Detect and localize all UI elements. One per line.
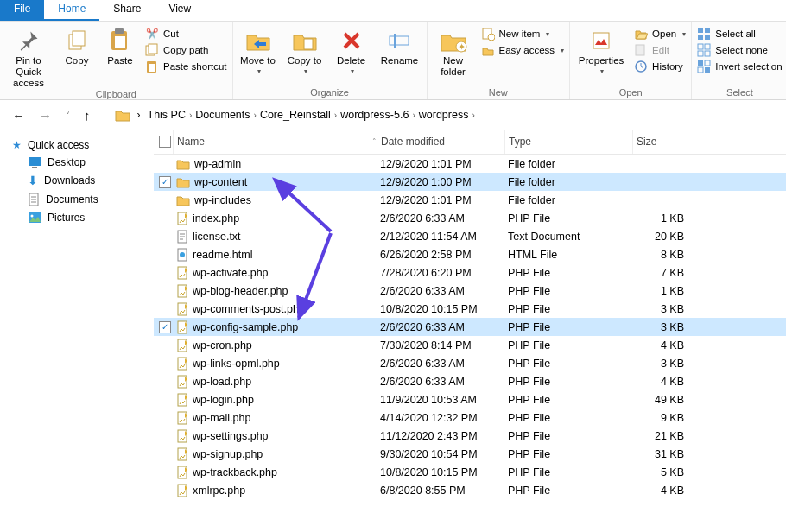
file-size: 1 KB [632,285,693,297]
tab-share[interactable]: Share [99,0,155,21]
chevron-right-icon: › [412,111,415,120]
history-button[interactable]: History [634,60,686,73]
file-row[interactable]: wp-blog-header.php2/6/2020 6:33 AMPHP Fi… [154,282,786,300]
invert-selection-button[interactable]: Invert selection [697,60,782,73]
file-row[interactable]: wp-settings.php11/12/2020 2:43 PMPHP Fil… [154,427,786,445]
col-type[interactable]: Type [504,130,632,154]
rename-button[interactable]: Rename [378,23,422,66]
cut-button[interactable]: ✂️Cut [145,27,227,41]
open-button[interactable]: Open▾ [634,27,686,41]
file-size: 7 KB [632,267,693,279]
breadcrumb[interactable]: This PC›Documents›Core_Reinstall›wordpre… [148,109,475,121]
move-to-button[interactable]: Move to▾ [238,23,278,75]
svg-rect-31 [29,157,41,166]
file-row[interactable]: wp-admin12/9/2020 1:01 PMFile folder [154,155,786,173]
svg-point-35 [31,215,34,218]
file-row[interactable]: wp-mail.php4/14/2020 12:32 PMPHP File9 K… [154,408,786,427]
php-icon [176,339,188,352]
sidebar-desktop[interactable]: Desktop [12,154,154,171]
file-row[interactable]: wp-activate.php7/28/2020 6:20 PMPHP File… [154,263,786,282]
chevron-right-icon: › [137,109,141,121]
recent-button[interactable]: ˅ [62,111,73,120]
tab-home[interactable]: Home [44,0,99,21]
file-type: PHP File [504,448,632,460]
file-row[interactable]: readme.html6/26/2020 2:58 PMHTML File8 K… [154,245,786,263]
file-row[interactable]: ✓wp-content12/9/2020 1:00 PMFile folder [154,173,786,191]
pictures-icon [28,212,41,224]
tab-view[interactable]: View [155,0,205,21]
file-row[interactable]: wp-trackback.php10/8/2020 10:15 PMPHP Fi… [154,463,786,481]
tab-file[interactable]: File [0,0,44,21]
pin-to-quick-button[interactable]: Pin to Quick access [5,23,52,89]
file-row[interactable]: index.php2/6/2020 6:33 AMPHP File1 KB [154,209,786,227]
select-all-button[interactable]: Select all [697,27,782,41]
col-date[interactable]: Date modified [377,130,504,154]
file-row[interactable]: wp-login.php11/9/2020 10:53 AMPHP File49… [154,390,786,408]
breadcrumb-item[interactable]: Documents [195,109,250,121]
copy-path-button[interactable]: Copy path [145,43,227,57]
file-row[interactable]: wp-comments-post.php10/8/2020 10:15 PMPH… [154,300,786,318]
file-row[interactable]: wp-load.php2/6/2020 6:33 AMPHP File4 KB [154,372,786,390]
breadcrumb-item[interactable]: This PC [148,109,186,121]
php-icon [176,375,188,389]
file-date: 7/30/2020 8:14 PM [377,339,504,352]
php-icon [176,266,188,280]
breadcrumb-item[interactable]: wordpress-5.6 [340,109,409,121]
file-date: 11/9/2020 10:53 AM [377,394,504,406]
file-date: 10/8/2020 10:15 PM [377,303,504,315]
file-row[interactable]: wp-cron.php7/30/2020 8:14 PMPHP File4 KB [154,336,786,354]
paste-button[interactable]: Paste [102,23,138,66]
rename-icon [386,27,414,54]
select-none-button[interactable]: Select none [697,43,782,57]
select-all-checkbox[interactable] [159,136,171,148]
ribbon: Pin to Quick access Copy Paste ✂️Cut Cop… [0,22,786,100]
svg-rect-22 [705,35,710,40]
sidebar-quick-access[interactable]: ★Quick access [12,136,154,154]
file-type: PHP File [504,303,632,315]
row-checkbox[interactable]: ✓ [159,176,171,188]
easy-access-button[interactable]: Easy access▾ [481,43,565,57]
file-list: Name˄ Date modified Type Size wp-admin12… [154,130,786,532]
sidebar-downloads[interactable]: ⬇Downloads [12,171,154,190]
file-type: Text Document [504,231,632,243]
delete-button[interactable]: Delete▾ [332,23,371,75]
php-icon [176,429,188,443]
file-name: index.php [193,212,239,225]
svg-rect-28 [705,60,710,66]
file-row[interactable]: wp-links-opml.php2/6/2020 6:33 AMPHP Fil… [154,354,786,372]
file-row[interactable]: license.txt2/12/2020 11:54 AMText Docume… [154,227,786,245]
file-row[interactable]: wp-includes12/9/2020 1:01 PMFile folder [154,191,786,209]
properties-button[interactable]: Properties▾ [575,23,627,75]
file-row[interactable]: wp-signup.php9/30/2020 10:54 PMPHP File3… [154,445,786,463]
col-size[interactable]: Size [632,130,693,154]
properties-icon [587,27,615,54]
new-folder-button[interactable]: ✦New folder [433,23,474,78]
back-button[interactable]: ← [9,108,29,123]
folder-icon [176,176,190,188]
paste-shortcut-button[interactable]: Paste shortcut [145,60,227,73]
file-row[interactable]: ✓wp-config-sample.php2/6/2020 6:33 AMPHP… [154,318,786,336]
sidebar-pictures[interactable]: Pictures [12,209,154,226]
forward-button[interactable]: → [35,108,55,123]
row-checkbox[interactable]: ✓ [159,321,171,333]
copy-button[interactable]: Copy [59,23,95,66]
file-date: 4/14/2020 12:32 PM [377,412,504,424]
up-button[interactable]: ↑ [80,108,94,123]
edit-button[interactable]: Edit [634,43,686,57]
copy-to-button[interactable]: Copy to▾ [285,23,325,75]
svg-rect-8 [149,64,155,72]
sidebar-documents[interactable]: Documents [12,190,154,209]
new-item-button[interactable]: New item▾ [481,27,565,41]
svg-rect-23 [698,44,703,49]
file-date: 7/28/2020 6:20 PM [377,267,504,279]
svg-point-15 [488,34,495,41]
file-row[interactable]: xmlrpc.php6/8/2020 8:55 PMPHP File4 KB [154,481,786,499]
file-type: HTML File [504,249,632,261]
file-name: xmlrpc.php [193,484,245,497]
breadcrumb-item[interactable]: Core_Reinstall [260,109,331,121]
file-date: 10/8/2020 10:15 PM [377,466,504,478]
file-size: 5 KB [632,466,693,478]
breadcrumb-item[interactable]: wordpress [419,109,469,121]
svg-rect-32 [32,167,37,168]
col-name[interactable]: Name˄ [173,130,377,154]
